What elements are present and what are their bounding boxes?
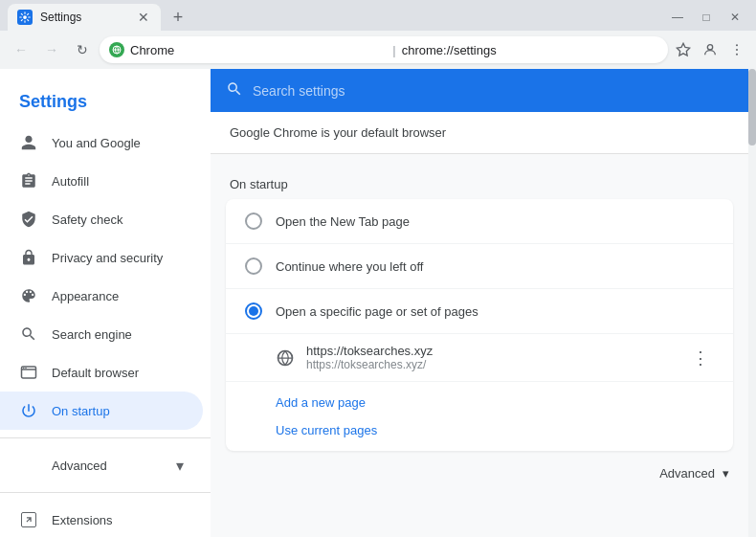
default-browser-notice: Google Chrome is your default browser bbox=[211, 112, 748, 154]
browser-icon bbox=[19, 363, 38, 382]
sidebar-label-on-startup: On startup bbox=[52, 404, 184, 418]
svg-point-5 bbox=[736, 49, 738, 51]
sidebar-title: Settings bbox=[0, 77, 211, 123]
tab-title: Settings bbox=[40, 11, 132, 24]
option-new-tab-label: Open the New Tab page bbox=[276, 214, 410, 229]
url-main-text: https://toksearches.xyz bbox=[306, 344, 676, 358]
radio-new-tab bbox=[245, 213, 262, 230]
sidebar-label-extensions: Extensions bbox=[52, 513, 184, 527]
close-button[interactable]: ✕ bbox=[722, 8, 748, 27]
section-title-on-startup: On startup bbox=[211, 162, 748, 199]
sidebar-label-appearance: Appearance bbox=[52, 289, 184, 303]
main-content: Settings You and Google Autofill Safety … bbox=[0, 69, 756, 537]
sidebar: Settings You and Google Autofill Safety … bbox=[0, 69, 211, 537]
address-favicon bbox=[109, 42, 124, 57]
sidebar-item-search-engine[interactable]: Search engine bbox=[0, 315, 203, 353]
svg-point-6 bbox=[736, 54, 738, 56]
advanced-icon bbox=[19, 456, 38, 475]
advanced-row[interactable]: Advanced ▾ bbox=[211, 451, 748, 496]
address-site-name: Chrome bbox=[130, 43, 387, 57]
forward-button[interactable]: → bbox=[38, 36, 65, 63]
address-separator: | bbox=[392, 43, 395, 57]
sidebar-item-safety-check[interactable]: Safety check bbox=[0, 200, 203, 238]
tab-close-button[interactable]: ✕ bbox=[136, 10, 151, 25]
radio-selected-dot bbox=[249, 306, 258, 316]
address-bar[interactable]: Chrome | chrome://settings bbox=[100, 36, 668, 63]
clipboard-icon bbox=[19, 171, 38, 190]
extensions-icon bbox=[19, 510, 38, 529]
refresh-button[interactable]: ↻ bbox=[69, 36, 96, 63]
sidebar-item-advanced[interactable]: Advanced ▾ bbox=[0, 446, 203, 484]
maximize-button[interactable]: □ bbox=[693, 8, 720, 27]
settings-content: Google Chrome is your default browser On… bbox=[211, 69, 748, 537]
shield-icon bbox=[19, 210, 38, 229]
radio-specific-page bbox=[245, 302, 262, 320]
startup-options-card: Open the New Tab page Continue where you… bbox=[226, 199, 733, 451]
settings-tab[interactable]: Settings ✕ bbox=[8, 4, 161, 31]
globe-icon bbox=[276, 348, 295, 368]
address-bar-row: ← → ↻ Chrome | chrome://settings bbox=[0, 31, 756, 69]
chevron-down-icon: ▾ bbox=[176, 457, 184, 475]
person-icon bbox=[19, 133, 38, 152]
title-bar: Settings ✕ + — □ ✕ bbox=[0, 0, 756, 31]
option-continue[interactable]: Continue where you left off bbox=[226, 244, 733, 289]
svg-point-4 bbox=[736, 44, 738, 46]
sidebar-item-privacy-security[interactable]: Privacy and security bbox=[0, 238, 203, 277]
add-new-page-link[interactable]: Add a new page bbox=[276, 392, 714, 414]
sidebar-item-on-startup[interactable]: On startup bbox=[0, 392, 203, 430]
search-input[interactable] bbox=[253, 83, 733, 99]
menu-button[interactable] bbox=[725, 38, 748, 61]
sidebar-item-you-and-google[interactable]: You and Google bbox=[0, 123, 203, 162]
sidebar-item-default-browser[interactable]: Default browser bbox=[0, 353, 203, 392]
startup-url-item: https://toksearches.xyz https://toksearc… bbox=[226, 334, 733, 382]
star-button[interactable] bbox=[672, 38, 695, 61]
advanced-text: Advanced bbox=[659, 466, 715, 481]
svg-point-9 bbox=[25, 368, 27, 369]
option-specific-page-label: Open a specific page or set of pages bbox=[276, 304, 478, 319]
radio-continue bbox=[245, 257, 262, 275]
svg-point-3 bbox=[707, 45, 712, 50]
search-settings-icon bbox=[226, 80, 243, 101]
url-sub-text: https://toksearches.xyz/ bbox=[306, 358, 676, 371]
search-bar-container bbox=[211, 69, 748, 112]
advanced-chevron-icon: ▾ bbox=[723, 466, 729, 481]
sidebar-label-autofill: Autofill bbox=[52, 174, 184, 189]
content-area: Google Chrome is your default browser On… bbox=[211, 112, 748, 537]
tab-favicon bbox=[17, 10, 33, 25]
action-links: Add a new page Use current pages bbox=[226, 382, 733, 451]
svg-marker-2 bbox=[677, 43, 689, 56]
scrollbar-thumb[interactable] bbox=[748, 69, 756, 145]
sidebar-item-extensions[interactable]: Extensions bbox=[0, 501, 203, 537]
back-button[interactable]: ← bbox=[8, 36, 34, 63]
svg-point-8 bbox=[23, 368, 25, 369]
sidebar-divider-2 bbox=[0, 492, 211, 493]
sidebar-divider bbox=[0, 437, 211, 438]
new-tab-button[interactable]: + bbox=[165, 4, 191, 31]
search-icon bbox=[19, 324, 38, 344]
svg-point-0 bbox=[23, 15, 27, 19]
window-controls: — □ ✕ bbox=[664, 8, 748, 31]
scrollbar[interactable] bbox=[748, 69, 756, 537]
option-new-tab[interactable]: Open the New Tab page bbox=[226, 199, 733, 244]
address-url: chrome://settings bbox=[402, 43, 658, 57]
sidebar-label-you-and-google: You and Google bbox=[52, 136, 184, 150]
sidebar-item-autofill[interactable]: Autofill bbox=[0, 162, 203, 200]
url-info: https://toksearches.xyz https://toksearc… bbox=[306, 344, 676, 371]
profile-button[interactable] bbox=[699, 38, 722, 61]
use-current-pages-link[interactable]: Use current pages bbox=[276, 419, 714, 441]
sidebar-label-default-browser: Default browser bbox=[52, 366, 184, 380]
url-more-button[interactable]: ⋮ bbox=[687, 345, 714, 371]
minimize-button[interactable]: — bbox=[664, 8, 691, 27]
palette-icon bbox=[19, 286, 38, 305]
sidebar-item-appearance[interactable]: Appearance bbox=[0, 277, 203, 315]
option-continue-label: Continue where you left off bbox=[276, 259, 423, 274]
sidebar-label-advanced: Advanced bbox=[52, 459, 163, 473]
lock-icon bbox=[19, 248, 38, 267]
power-icon bbox=[19, 401, 38, 420]
sidebar-label-search-engine: Search engine bbox=[52, 327, 184, 342]
sidebar-label-safety-check: Safety check bbox=[52, 213, 184, 227]
option-specific-page[interactable]: Open a specific page or set of pages bbox=[226, 289, 733, 334]
sidebar-label-privacy-security: Privacy and security bbox=[52, 251, 184, 265]
browser-window: Settings ✕ + — □ ✕ ← → ↻ Chrome | chrome… bbox=[0, 0, 756, 537]
